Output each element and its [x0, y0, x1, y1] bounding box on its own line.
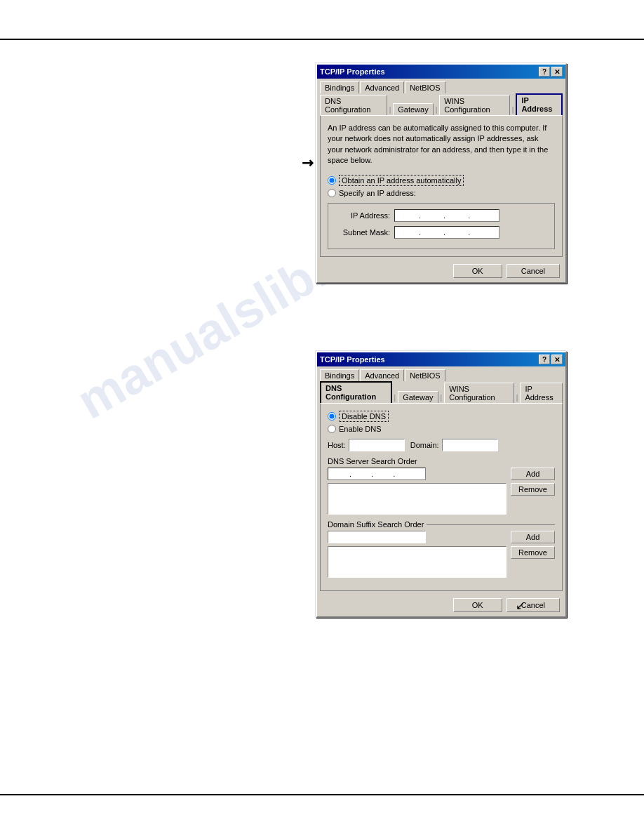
host-field-group: Host: — [328, 439, 405, 451]
dns-ip-seg3[interactable] — [373, 470, 393, 478]
dns-search-listbox[interactable] — [328, 483, 507, 515]
cursor-annotation: ↙ — [516, 599, 525, 612]
tab-ipaddress-2[interactable]: IP Address — [520, 383, 563, 403]
radio-disable-dns[interactable] — [328, 412, 336, 421]
ip-seg1[interactable] — [396, 211, 419, 220]
arrow-annotation-1: ↗ — [297, 153, 318, 173]
host-domain-row: Host: Domain: — [328, 439, 555, 451]
dialog2-title: TCP/IP Properties — [320, 355, 385, 364]
radio-specify-row: Specify an IP address: — [328, 189, 555, 197]
dns-ip-seg4[interactable] — [395, 470, 415, 478]
dialog1-footer: OK Cancel — [317, 260, 565, 282]
tab-bindings-2[interactable]: Bindings — [320, 369, 359, 381]
dns-ip-seg1[interactable] — [330, 470, 349, 478]
dialog1-ok-button[interactable]: OK — [453, 264, 502, 278]
radio-disable-dns-label: Disable DNS — [339, 411, 389, 422]
dialog1-content: An IP address can be automatically assig… — [320, 115, 563, 257]
subnet-label: Subnet Mask: — [334, 228, 390, 237]
subnet-seg4[interactable] — [470, 228, 492, 237]
radio-auto[interactable] — [328, 176, 336, 185]
subnet-seg3[interactable] — [445, 228, 468, 237]
dns-search-section: DNS Server Search Order . . . — [328, 457, 555, 515]
dialog2-close-button[interactable]: ✕ — [551, 355, 563, 364]
tab-advanced-2[interactable]: Advanced — [360, 369, 404, 381]
tab-gateway-1[interactable]: Gateway — [393, 103, 433, 115]
tab-wins-1[interactable]: WINS Configuration — [439, 95, 510, 115]
host-input[interactable] — [349, 439, 405, 451]
radio-enable-dns-row: Enable DNS — [328, 425, 555, 433]
subnet-mask-row: Subnet Mask: . . . — [334, 226, 549, 239]
dns-remove-button[interactable]: Remove — [511, 483, 555, 496]
dialog1: TCP/IP Properties ? ✕ Bindings Advanced … — [316, 63, 567, 284]
dns-search-buttons: Add Remove — [511, 468, 555, 496]
domain-input[interactable] — [442, 439, 498, 451]
ip-seg4[interactable] — [470, 211, 492, 220]
ip-address-input[interactable]: . . . — [394, 209, 499, 222]
ip-label: IP Address: — [334, 211, 390, 220]
dialog2: TCP/IP Properties ? ✕ Bindings Advanced … — [316, 351, 567, 618]
subnet-seg1[interactable] — [396, 228, 419, 237]
ip-seg3[interactable] — [445, 211, 468, 220]
dialog2-ok-button[interactable]: OK — [453, 598, 502, 612]
dialog2-content: Disable DNS Enable DNS Host: Domain: — [320, 403, 563, 591]
domain-suffix-input[interactable] — [328, 531, 426, 543]
radio-specify[interactable] — [328, 189, 336, 197]
dns-list-area-1: . . . — [328, 468, 507, 515]
page-border-bottom — [0, 794, 644, 795]
radio-enable-dns[interactable] — [328, 425, 336, 433]
tab-netbios-2[interactable]: NetBIOS — [405, 369, 445, 381]
tab-netbios-1[interactable]: NetBIOS — [405, 81, 445, 93]
radio-enable-dns-label: Enable DNS — [339, 425, 382, 433]
domain-suffix-section: Domain Suffix Search Order Add Remove — [328, 520, 555, 578]
ip-address-row: IP Address: . . . — [334, 209, 549, 222]
tab-bindings-1[interactable]: Bindings — [320, 81, 359, 93]
domain-add-button[interactable]: Add — [511, 531, 555, 543]
dialog2-cancel-button[interactable]: Cancel — [507, 598, 560, 612]
domain-suffix-inputs: Add Remove — [328, 531, 555, 578]
dialog2-controls: ? ✕ — [539, 355, 563, 364]
dialog1-cancel-button[interactable]: Cancel — [507, 264, 560, 278]
dns-search-inputs: . . . Add Remove — [328, 468, 555, 515]
domain-remove-button[interactable]: Remove — [511, 546, 555, 559]
dns-add-button[interactable]: Add — [511, 468, 555, 480]
dns-ip-input[interactable]: . . . — [328, 468, 426, 480]
dns-radio-group: Disable DNS Enable DNS — [328, 411, 555, 433]
dns-ip-seg2[interactable] — [351, 470, 371, 478]
dialog1-title: TCP/IP Properties — [320, 67, 385, 76]
dialog2-help-button[interactable]: ? — [539, 355, 550, 364]
radio-specify-label: Specify an IP address: — [339, 189, 416, 197]
domain-field-group: Domain: — [410, 439, 498, 451]
dialog1-description: An IP address can be automatically assig… — [328, 123, 555, 166]
domain-suffix-buttons: Add Remove — [511, 531, 555, 559]
tab-wins-2[interactable]: WINS Configuration — [444, 383, 514, 403]
tab-dns-config-1[interactable]: DNS Configuration — [320, 95, 387, 115]
dialog1-controls: ? ✕ — [539, 67, 563, 77]
radio-auto-row: Obtain an IP address automatically — [328, 175, 555, 186]
dialog2-titlebar: TCP/IP Properties ? ✕ — [317, 352, 565, 366]
tab-gateway-2[interactable]: Gateway — [398, 391, 438, 403]
page-border-top — [0, 39, 644, 40]
ip-seg2[interactable] — [421, 211, 443, 220]
domain-label: Domain: — [410, 441, 439, 449]
dialog1-help-button[interactable]: ? — [539, 67, 550, 77]
domain-suffix-label: Domain Suffix Search Order — [328, 520, 555, 529]
subnet-seg2[interactable] — [421, 228, 443, 237]
tab-dns-config-2[interactable]: DNS Configuration — [320, 381, 392, 403]
tab-advanced-1[interactable]: Advanced — [360, 81, 404, 93]
dns-search-label: DNS Server Search Order — [328, 457, 555, 465]
dns-list-area-2 — [328, 531, 507, 578]
subnet-mask-input[interactable]: . . . — [394, 226, 499, 239]
tab-ipaddress-1[interactable]: IP Address — [516, 93, 563, 115]
dialog1-titlebar: TCP/IP Properties ? ✕ — [317, 65, 565, 79]
dialog2-footer: OK Cancel — [317, 594, 565, 616]
radio-auto-label: Obtain an IP address automatically — [339, 175, 464, 186]
radio-disable-dns-row: Disable DNS — [328, 411, 555, 422]
host-label: Host: — [328, 441, 346, 449]
dialog1-close-button[interactable]: ✕ — [551, 67, 563, 77]
dialog1-radio-group: Obtain an IP address automatically Speci… — [328, 175, 555, 197]
ip-fields-box: IP Address: . . . Subnet Mask: — [328, 203, 555, 249]
domain-suffix-listbox[interactable] — [328, 546, 507, 578]
